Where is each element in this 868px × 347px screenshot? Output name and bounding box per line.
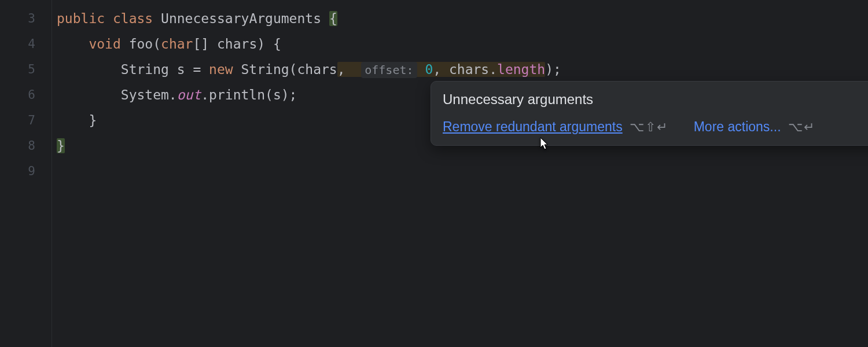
brace-open: {	[329, 11, 337, 26]
keyboard-shortcut: ⌥↵	[788, 120, 815, 135]
code-text: String(chars	[233, 62, 337, 77]
paren: )	[257, 36, 265, 51]
line-gutter: 3 4 5 6 7 8 9	[0, 0, 52, 347]
brace-close: }	[57, 138, 65, 153]
line-number: 6	[0, 82, 35, 108]
number-literal: 0	[425, 62, 433, 77]
line-number: 5	[0, 57, 35, 82]
static-field: out	[177, 87, 201, 102]
keyword: char	[161, 36, 193, 51]
code-text: );	[545, 62, 561, 77]
line-number: 4	[0, 31, 35, 57]
brace-open: {	[265, 36, 281, 51]
code-text: .println(s);	[201, 87, 297, 102]
code-text: System.	[121, 87, 177, 102]
popup-actions: Remove redundant arguments ⌥⇧↵ More acti…	[443, 119, 868, 135]
code-line[interactable]	[57, 158, 868, 184]
code-editor: 3 4 5 6 7 8 9 public class UnnecessaryAr…	[0, 0, 868, 347]
code-content[interactable]: public class UnnecessaryArguments { void…	[52, 0, 868, 347]
line-number: 8	[0, 133, 35, 158]
code-line[interactable]: public class UnnecessaryArguments {	[57, 6, 868, 31]
line-number: 7	[0, 108, 35, 133]
line-number: 3	[0, 6, 35, 31]
class-name: UnnecessaryArguments	[161, 11, 321, 26]
keyword: void	[89, 36, 120, 51]
param-name: chars	[209, 36, 257, 51]
method-name: foo	[129, 36, 153, 51]
comma: ,	[337, 62, 345, 77]
array-brackets: []	[193, 36, 209, 51]
keyword: public	[57, 11, 105, 26]
code-text: chars.	[441, 62, 497, 77]
code-line[interactable]: String s = new String(chars, offset: 0, …	[57, 57, 868, 82]
code-text: String s =	[121, 62, 209, 77]
code-line[interactable]: void foo(char[] chars) {	[57, 31, 868, 57]
popup-title: Unnecessary arguments	[443, 91, 593, 108]
fix-action-link[interactable]: Remove redundant arguments	[443, 119, 623, 135]
paren: (	[153, 36, 161, 51]
keyword: class	[113, 11, 153, 26]
inspection-popup: Unnecessary arguments Remove redundant a…	[431, 81, 868, 146]
keyword: new	[209, 62, 233, 77]
brace-close: }	[89, 113, 97, 128]
property: length	[497, 62, 545, 77]
popup-header: Unnecessary arguments	[443, 91, 868, 108]
comma: ,	[433, 62, 441, 77]
line-number: 9	[0, 158, 35, 184]
parameter-hint: offset:	[361, 62, 417, 78]
keyboard-shortcut: ⌥⇧↵	[630, 120, 668, 135]
more-actions-link[interactable]: More actions...	[694, 119, 781, 135]
